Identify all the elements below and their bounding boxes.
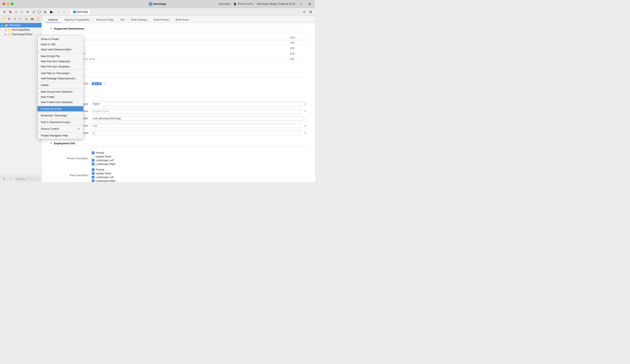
warning-button[interactable]: ⚠ <box>13 9 19 14</box>
sidebar-folder-icon[interactable]: 📁 <box>1 16 6 22</box>
ios-select-badge[interactable]: 18.1 ▼ <box>92 82 102 85</box>
sidebar-warning-icon[interactable]: ⚠ <box>13 16 18 22</box>
dest-sdk-mac: iOS <box>290 52 307 55</box>
iphone-upside-down-checkbox[interactable] <box>92 155 94 158</box>
submenu-arrow: ▶ <box>78 128 80 130</box>
main-layout: 📁 ⊕ ⚠ ✓ 🐛 📦 📋 ▶ 📁 DemoApp ▶ 📁 DemoAppTes… <box>0 16 315 182</box>
close-button[interactable] <box>2 2 5 5</box>
ipad-landscape-right-checkbox[interactable] <box>92 179 94 182</box>
menu-item-delete[interactable]: Delete <box>38 82 83 88</box>
tab-demoapp[interactable]: DemoApp <box>70 9 91 14</box>
menu-separator-6 <box>38 112 83 112</box>
build-input[interactable] <box>92 131 301 135</box>
sidebar-item-demoapp-tests[interactable]: ▶ 📁 DemoAppTests <box>0 27 42 32</box>
menu-item-new-folder-selection[interactable]: New Folder from Selection <box>38 99 83 105</box>
iphone-landscape-right-label: Landscape Right <box>96 163 116 166</box>
sidebar-item-demoapp-ui-tests[interactable]: ▶ 📁 DemoAppUITests <box>0 32 42 37</box>
app-category-select[interactable]: None ▼ <box>92 102 307 106</box>
tab-info[interactable]: Info <box>117 17 128 23</box>
ipad-upside-down-label: Upside Down <box>96 172 111 175</box>
sidebar-report-icon[interactable]: 📋 <box>36 16 40 22</box>
comment-button[interactable]: 💬 <box>37 9 42 14</box>
menu-item-open-in-tab[interactable]: Open in Tab <box>38 42 83 47</box>
swap-button[interactable]: ⇄ <box>302 9 307 14</box>
run-button[interactable]: ▶ <box>49 9 54 15</box>
display-name-input[interactable] <box>92 109 301 113</box>
app-title: A DemoApp <box>149 2 166 6</box>
minimize-button[interactable] <box>7 2 10 5</box>
dest-sdk-ipad: iOS <box>290 47 307 50</box>
tab-build-phases[interactable]: Build Phases <box>150 17 172 23</box>
tab-resource-tags[interactable]: Resource Tags <box>93 17 117 23</box>
sidebar-toggle-button[interactable]: ⊟ <box>2 9 7 14</box>
grid-button[interactable]: ⊞ <box>42 9 48 14</box>
menu-item-new-empty-file[interactable]: New Empty File <box>38 53 83 59</box>
iphone-portrait-checkbox[interactable] <box>92 151 94 154</box>
menu-item-add-files[interactable]: Add Files to "DemoApp"... <box>38 71 83 76</box>
iphone-portrait: Portrait <box>92 151 116 154</box>
sidebar-source-icon[interactable]: ⊕ <box>7 16 12 22</box>
destinations-actions: + − <box>50 63 307 67</box>
sidebar-item-demoapp[interactable]: ▶ 📁 DemoApp <box>0 23 42 27</box>
menu-item-new-file-template[interactable]: New File from Template... <box>38 64 83 69</box>
ipad-landscape-left-checkbox[interactable] <box>92 176 94 179</box>
app-category-value[interactable]: None <box>92 102 307 106</box>
bundle-id-arrow[interactable]: → <box>304 117 307 120</box>
menu-item-new-folder[interactable]: New Folder <box>38 94 83 99</box>
breadcrumb-device-label[interactable]: iPhone 16 Pro <box>238 2 254 5</box>
forward-button[interactable]: › <box>61 9 67 14</box>
menu-item-find-groups[interactable]: Find in Selected Groups... <box>38 119 83 125</box>
remove-item-button[interactable]: − <box>8 176 14 182</box>
section-minimum-deployments: ▼ Minimum Deployments <box>50 72 307 77</box>
menu-item-project-navigator-help[interactable]: Project Navigator Help <box>38 133 83 138</box>
target-button[interactable]: ⊕ <box>25 9 30 14</box>
iphone-landscape-right-checkbox[interactable] <box>92 163 94 166</box>
maximize-button[interactable] <box>11 2 14 5</box>
build-plus[interactable]: + <box>303 131 307 135</box>
tab-build-rules[interactable]: Build Rules <box>172 17 192 23</box>
sidebar-debug-icon[interactable]: 🐛 <box>24 16 29 22</box>
menu-item-convert-to-group[interactable]: Convert to Group <box>38 106 83 111</box>
bundle-id-input[interactable] <box>92 116 303 121</box>
section-chevron-deployment[interactable]: ▼ <box>50 142 52 145</box>
sidebar: 📁 ⊕ ⚠ ✓ 🐛 📦 📋 ▶ 📁 DemoApp ▶ 📁 DemoAppTes… <box>0 16 42 182</box>
display-name-row: Display Name + <box>50 108 307 115</box>
window-controls-button[interactable]: ⊞ <box>307 1 312 7</box>
menu-item-new-file-clipboard[interactable]: New File from Clipboard <box>38 59 83 64</box>
menu-item-new-group[interactable]: New Group from Selection <box>38 89 83 94</box>
add-tab-button[interactable]: + <box>298 1 304 7</box>
back-button[interactable]: ‹ <box>56 9 61 14</box>
ipad-portrait-checkbox[interactable] <box>92 168 94 171</box>
link-button[interactable]: 🔗 <box>31 9 36 14</box>
menu-item-add-packages[interactable]: Add Package Dependencies... <box>38 76 83 81</box>
breadcrumb-sep: › <box>231 2 232 5</box>
tab-signing[interactable]: Signing & Capabilities <box>61 17 93 23</box>
panel-button[interactable]: ⊞ <box>308 9 313 14</box>
iphone-orientation-label: iPhone Orientation <box>50 157 92 160</box>
sidebar-test-icon[interactable]: ✓ <box>18 16 23 22</box>
add-item-button[interactable]: + <box>2 176 7 182</box>
display-name-field: + <box>92 109 307 113</box>
menu-item-open-external-editor[interactable]: Open with External Editor <box>38 47 83 52</box>
display-name-plus[interactable]: + <box>303 109 307 113</box>
sidebar-package-icon[interactable]: 📦 <box>30 16 34 22</box>
menu-item-bookmark[interactable]: Bookmark "DemoApp" <box>38 113 83 118</box>
diamond-button[interactable]: ◇ <box>19 9 24 14</box>
breadcrumb-app[interactable]: DemoApp <box>219 2 230 5</box>
ipad-landscape-left-label: Landscape Left <box>96 176 114 179</box>
tab-build-settings[interactable]: Build Settings <box>128 17 150 23</box>
iphone-landscape-left-checkbox[interactable] <box>92 159 94 162</box>
section-chevron-destinations[interactable]: ▼ <box>50 27 52 30</box>
tab-general[interactable]: General <box>45 17 61 23</box>
version-input[interactable] <box>92 123 301 128</box>
version-plus[interactable]: + <box>303 124 307 128</box>
bookmark-button[interactable]: 🔖 <box>8 9 13 14</box>
menu-item-show-in-finder[interactable]: Show in Finder <box>38 36 83 42</box>
menu-separator-1 <box>38 53 83 53</box>
ipad-orientation-row: iPad Orientation Portrait Upside Down <box>50 167 307 182</box>
sidebar-nav: 📁 ⊕ ⚠ ✓ 🐛 📦 📋 <box>0 16 42 22</box>
filter-icon: ⊙ <box>16 178 18 181</box>
ios-plus-button[interactable]: + <box>103 82 107 86</box>
menu-item-source-control[interactable]: Source Control ▶ <box>38 126 83 131</box>
ipad-upside-down-checkbox[interactable] <box>92 172 94 175</box>
